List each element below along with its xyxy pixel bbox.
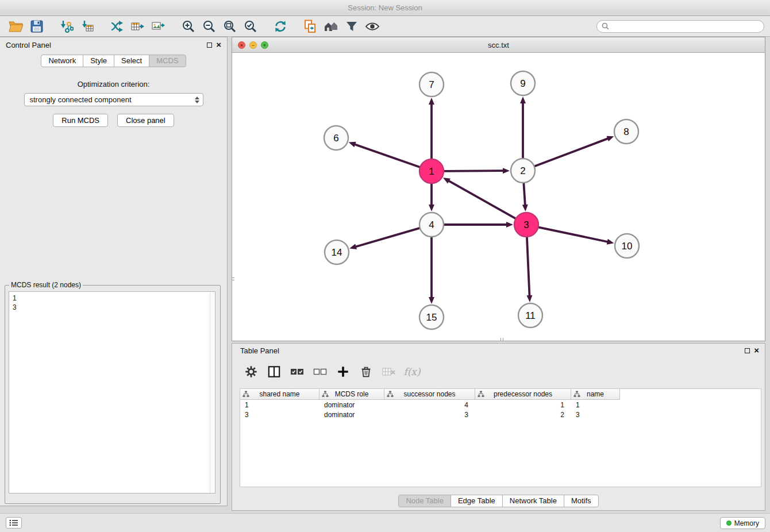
- filter-button[interactable]: [341, 18, 362, 35]
- export-image-button[interactable]: [148, 18, 169, 35]
- function-builder-button[interactable]: f(x): [405, 364, 419, 379]
- graph-node-10[interactable]: 10: [615, 234, 639, 258]
- column-header-shared-name[interactable]: shared name: [240, 389, 319, 400]
- copy-network-button[interactable]: [300, 18, 321, 35]
- zoom-out-button[interactable]: [199, 18, 220, 35]
- float-table-panel-icon[interactable]: [745, 348, 750, 353]
- network-graph[interactable]: 1234678910111415: [232, 53, 765, 341]
- graph-node-8[interactable]: 8: [614, 119, 638, 144]
- cell-shared-name[interactable]: 3: [240, 411, 319, 419]
- column-sort-icon[interactable]: [478, 391, 484, 398]
- cell-predecessor-nodes[interactable]: 1: [475, 401, 571, 409]
- column-sort-icon[interactable]: [573, 391, 580, 398]
- add-row-button[interactable]: [336, 364, 351, 379]
- export-table-button[interactable]: [128, 18, 148, 35]
- import-table-button[interactable]: [77, 18, 98, 35]
- search-box[interactable]: [596, 20, 764, 33]
- refresh-layout-button[interactable]: [270, 18, 291, 35]
- graph-edge-3-11[interactable]: [527, 237, 529, 295]
- cell-name[interactable]: 1: [571, 401, 620, 409]
- graph-node-4[interactable]: 4: [419, 213, 444, 237]
- table-row[interactable]: 1 dominator 4 1 1: [240, 400, 761, 410]
- graph-node-9[interactable]: 9: [511, 71, 535, 95]
- close-panel-icon[interactable]: ×: [216, 41, 221, 48]
- tab-edge-table[interactable]: Edge Table: [451, 495, 503, 507]
- graph-edge-3-1[interactable]: [449, 181, 515, 218]
- graph-node-1[interactable]: 1: [419, 159, 444, 183]
- column-header-name[interactable]: name: [571, 389, 620, 400]
- column-header-predecessor-nodes[interactable]: predecessor nodes: [475, 389, 571, 400]
- cell-name[interactable]: 3: [571, 411, 620, 419]
- export-network-button[interactable]: [107, 18, 128, 35]
- graph-edge-1-6[interactable]: [355, 145, 419, 167]
- graph-node-15[interactable]: 15: [419, 305, 444, 329]
- table-settings-button[interactable]: [244, 364, 259, 379]
- close-table-panel-icon[interactable]: ×: [754, 347, 759, 354]
- column-sort-icon[interactable]: [322, 391, 329, 398]
- graph-edge-2-3[interactable]: [523, 183, 525, 205]
- cell-predecessor-nodes[interactable]: 2: [475, 411, 571, 419]
- result-scrollbar[interactable]: [210, 292, 215, 493]
- tab-network-table[interactable]: Network Table: [502, 495, 564, 507]
- deselect-all-button[interactable]: [313, 364, 328, 379]
- tab-select[interactable]: Select: [114, 55, 149, 67]
- graph-edge-1-2[interactable]: [444, 171, 503, 171]
- window-minimize-button[interactable]: −: [249, 41, 257, 49]
- tab-network[interactable]: Network: [41, 55, 83, 67]
- graph-node-7[interactable]: 7: [419, 72, 444, 97]
- close-panel-button[interactable]: Close panel: [117, 114, 174, 127]
- column-sort-icon[interactable]: [387, 391, 394, 398]
- cell-successor-nodes[interactable]: 3: [384, 411, 475, 419]
- copy-network-icon: [303, 20, 317, 33]
- float-panel-icon[interactable]: [207, 43, 212, 48]
- save-session-button[interactable]: [26, 18, 47, 35]
- window-close-button[interactable]: ×: [238, 41, 245, 49]
- vertical-split-handle[interactable]: [232, 271, 234, 286]
- memory-button[interactable]: Memory: [720, 517, 765, 529]
- open-session-button[interactable]: [6, 18, 26, 35]
- column-sort-icon[interactable]: [242, 391, 249, 398]
- window-maximize-button[interactable]: +: [261, 41, 268, 49]
- graph-edge-3-10[interactable]: [539, 228, 607, 242]
- delete-table-button[interactable]: [382, 364, 396, 379]
- mcds-result-box[interactable]: 1 3: [9, 291, 215, 494]
- zoom-fit-button[interactable]: [220, 18, 240, 35]
- graph-node-2[interactable]: 2: [511, 159, 535, 183]
- search-input[interactable]: [612, 22, 759, 30]
- zoom-in-button[interactable]: [178, 18, 199, 35]
- plus-icon: [337, 366, 349, 377]
- eye-icon: [365, 20, 380, 33]
- tab-motifs[interactable]: Motifs: [564, 495, 599, 507]
- home-button[interactable]: [321, 18, 341, 35]
- graph-node-3[interactable]: 3: [514, 213, 538, 237]
- graph-node-6[interactable]: 6: [324, 126, 348, 150]
- cell-shared-name[interactable]: 1: [240, 401, 319, 409]
- zoom-selected-button[interactable]: [240, 18, 261, 35]
- select-all-button[interactable]: [290, 364, 305, 379]
- graph-node-11[interactable]: 11: [518, 303, 542, 327]
- criterion-select[interactable]: strongly connected component: [24, 93, 203, 106]
- run-mcds-button[interactable]: Run MCDS: [53, 114, 108, 127]
- task-history-button[interactable]: [6, 517, 22, 529]
- tab-style[interactable]: Style: [83, 55, 114, 67]
- graph-node-14[interactable]: 14: [325, 240, 349, 264]
- column-header-successor-nodes[interactable]: successor nodes: [384, 389, 475, 400]
- column-header-mcds-role[interactable]: MCDS role: [319, 389, 384, 400]
- import-network-button[interactable]: [56, 18, 77, 35]
- filter-icon: [345, 20, 359, 33]
- split-columns-button[interactable]: [267, 364, 282, 379]
- table-toolbar: f(x): [232, 357, 765, 386]
- cell-successor-nodes[interactable]: 4: [384, 401, 475, 409]
- cell-mcds-role[interactable]: dominator: [319, 401, 384, 409]
- network-window-titlebar[interactable]: × − + scc.txt: [232, 37, 765, 53]
- show-graphics-button[interactable]: [362, 18, 383, 35]
- cell-mcds-role[interactable]: dominator: [319, 411, 384, 419]
- delete-row-button[interactable]: [359, 364, 374, 379]
- tab-node-table[interactable]: Node Table: [398, 495, 451, 507]
- horizontal-split-handle[interactable]: [494, 338, 509, 341]
- network-canvas[interactable]: 1234678910111415: [232, 53, 765, 341]
- table-row[interactable]: 3 dominator 3 2 3: [240, 410, 761, 419]
- graph-edge-2-8[interactable]: [535, 138, 608, 166]
- graph-edge-4-14[interactable]: [356, 228, 419, 246]
- tab-mcds[interactable]: MCDS: [149, 55, 186, 67]
